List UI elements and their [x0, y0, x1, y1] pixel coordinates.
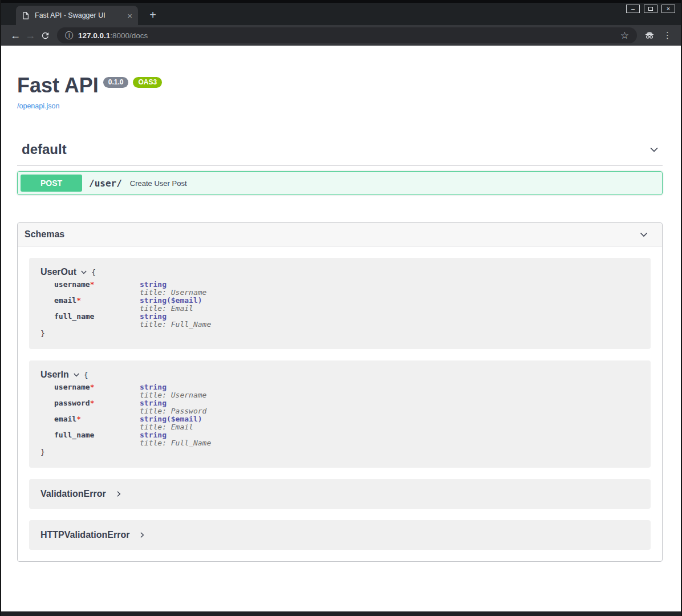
name-text: username	[54, 383, 90, 391]
property-name: username*	[54, 383, 140, 399]
property-detail: string title: Full_Name	[140, 313, 211, 329]
property-type: string	[140, 313, 211, 321]
chevron-down-icon[interactable]	[73, 371, 80, 378]
url-bar[interactable]: ⓘ 127.0.0.1:8000/docs ☆	[57, 27, 637, 43]
property-title: title: Email	[140, 423, 202, 431]
chevron-right-icon[interactable]	[139, 532, 145, 538]
model-name: ValidationError	[40, 489, 106, 499]
property-title: title: Full_Name	[140, 321, 211, 329]
openapi-spec-link[interactable]: /openapi.json	[17, 102, 59, 110]
property-row: username* string title: Username	[54, 383, 639, 399]
browser-titlebar: – × Fast API - Swagger UI × +	[1, 0, 681, 25]
model-name: HTTPValidationError	[40, 530, 129, 540]
required-star: *	[76, 296, 81, 305]
chevron-down-icon[interactable]	[648, 143, 660, 156]
browser-window: – × Fast API - Swagger UI × + ← → ⓘ 127.…	[0, 0, 682, 616]
property-type: string	[140, 399, 206, 407]
model-validationerror: ValidationError	[29, 479, 651, 509]
browser-tab[interactable]: Fast API - Swagger UI ×	[16, 6, 138, 25]
required-star: *	[76, 415, 81, 423]
property-type: string	[140, 431, 211, 439]
model-userout: UserOut { username* string title: Userna…	[29, 258, 651, 349]
property-detail: string title: Username	[140, 281, 206, 297]
property-title: title: Password	[140, 407, 206, 415]
model-validationerror-header[interactable]: ValidationError	[40, 489, 639, 499]
tab-title: Fast API - Swagger UI	[35, 11, 122, 19]
operation-path: /user/	[89, 178, 122, 189]
operation-summary: Create User Post	[130, 179, 187, 188]
model-name: UserOut	[40, 267, 76, 277]
tag-section-default[interactable]: default	[17, 141, 663, 166]
property-type: string($email)	[140, 415, 202, 423]
required-star: *	[90, 383, 95, 391]
property-name: full_name	[54, 431, 140, 447]
required-star: *	[90, 399, 95, 407]
name-text: full_name	[54, 431, 94, 439]
property-list: username* string title: Username passwor…	[54, 383, 639, 447]
minimize-icon: –	[631, 6, 635, 12]
api-info: Fast API 0.1.0 OAS3	[17, 74, 663, 97]
property-row: full_name string title: Full_Name	[54, 313, 639, 329]
browser-menu-icon[interactable]: ⋮	[663, 30, 672, 40]
property-row: email* string($email) title: Email	[54, 297, 639, 313]
property-title: title: Email	[140, 305, 202, 313]
model-userout-header[interactable]: UserOut {	[40, 267, 639, 277]
tag-name: default	[22, 141, 67, 157]
chevron-down-icon[interactable]	[80, 269, 87, 275]
name-text: email	[54, 296, 76, 305]
model-name: UserIn	[40, 370, 69, 380]
property-type: string($email)	[140, 297, 202, 305]
property-name: password*	[54, 399, 140, 415]
version-badge: 0.1.0	[103, 77, 129, 88]
forward-button[interactable]: →	[23, 30, 38, 40]
property-detail: string($email) title: Email	[140, 297, 202, 313]
property-title: title: Username	[140, 289, 206, 297]
opblock-post-user[interactable]: POST /user/ Create User Post	[17, 171, 663, 195]
url-host: 127.0.0.1	[78, 31, 110, 40]
window-controls: – ×	[626, 5, 675, 13]
property-type: string	[140, 281, 206, 289]
property-detail: string title: Username	[140, 383, 206, 399]
page-content: Fast API 0.1.0 OAS3 /openapi.json defaul…	[1, 46, 681, 611]
name-text: full_name	[54, 312, 94, 321]
name-text: password	[54, 399, 90, 407]
browser-toolbar: ← → ⓘ 127.0.0.1:8000/docs ☆ ⋮	[1, 25, 681, 46]
property-row: username* string title: Username	[54, 281, 639, 297]
model-httpvalidationerror-header[interactable]: HTTPValidationError	[40, 530, 639, 540]
maximize-button[interactable]	[644, 5, 657, 13]
property-title: title: Username	[140, 391, 206, 399]
oas3-badge: OAS3	[133, 77, 162, 88]
required-star: *	[90, 280, 95, 289]
back-button[interactable]: ←	[8, 30, 23, 40]
page-title: Fast API	[17, 74, 99, 97]
open-brace: {	[91, 268, 96, 277]
bookmark-star-icon[interactable]: ☆	[620, 31, 629, 40]
chevron-right-icon[interactable]	[115, 491, 122, 497]
property-name: email*	[54, 297, 140, 313]
close-window-button[interactable]: ×	[661, 5, 675, 13]
schemas-section: Schemas UserOut { username*	[17, 222, 663, 562]
minimize-button[interactable]: –	[626, 5, 640, 13]
site-info-icon[interactable]: ⓘ	[65, 31, 73, 39]
chevron-down-icon[interactable]	[638, 229, 649, 240]
model-userin-header[interactable]: UserIn {	[40, 370, 639, 380]
reload-icon	[40, 31, 50, 40]
property-detail: string title: Password	[140, 399, 206, 415]
property-name: username*	[54, 281, 140, 297]
post-method-button[interactable]: POST	[21, 175, 82, 192]
reload-button[interactable]	[38, 31, 52, 40]
maximize-icon	[648, 7, 653, 11]
page-icon	[22, 11, 30, 20]
property-title: title: Full_Name	[140, 439, 211, 447]
url-path: :8000/docs	[110, 31, 148, 40]
open-brace: {	[84, 371, 88, 379]
schemas-header[interactable]: Schemas	[18, 223, 662, 246]
property-type: string	[140, 383, 206, 391]
property-row: full_name string title: Full_Name	[54, 431, 639, 447]
tab-close-icon[interactable]: ×	[127, 11, 132, 20]
incognito-icon	[643, 30, 656, 41]
name-text: username	[54, 280, 90, 289]
plus-icon: +	[149, 9, 156, 22]
new-tab-button[interactable]: +	[145, 7, 161, 23]
property-name: email*	[54, 415, 140, 431]
